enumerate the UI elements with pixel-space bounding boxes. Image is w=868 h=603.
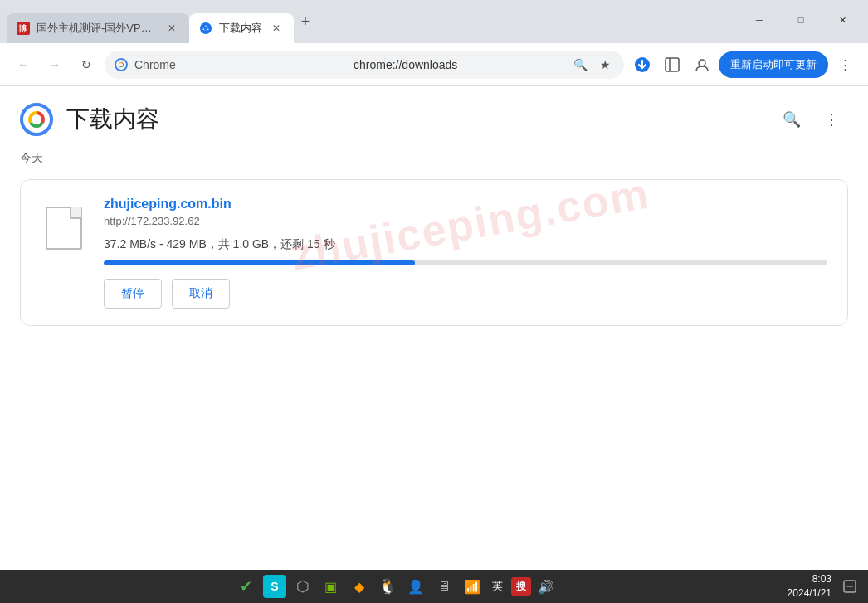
svg-point-9	[699, 60, 705, 66]
display-icon[interactable]: 🖥	[432, 575, 456, 598]
wifi-icon[interactable]: 📶	[461, 575, 484, 598]
person-icon[interactable]: 👤	[404, 575, 427, 598]
url-text: chrome://downloads	[354, 58, 564, 71]
forward-button[interactable]: →	[41, 51, 68, 78]
search-lens-icon[interactable]: 🔍	[571, 56, 589, 74]
window-controls: ─ □ ✕	[734, 0, 868, 33]
reload-button[interactable]: ↻	[73, 51, 100, 78]
volume-icon[interactable]: 🔊	[536, 579, 556, 595]
svg-point-11	[32, 114, 41, 124]
profile-icon[interactable]	[689, 51, 715, 78]
svg-point-3	[204, 27, 208, 31]
svg-text:博: 博	[18, 24, 27, 33]
maximize-button[interactable]: □	[782, 7, 820, 33]
bluetooth-icon[interactable]: ⬡	[291, 575, 315, 598]
download-filename[interactable]: zhujiceping.com.bin	[104, 197, 827, 212]
tab-active-2[interactable]: 下载内容 ✕	[189, 13, 294, 43]
tab1-title: 国外主机测评-国外VPS、国...	[37, 21, 158, 36]
penguin-icon[interactable]: 🐧	[376, 575, 399, 598]
tab2-favicon-icon	[199, 22, 212, 35]
menu-icon[interactable]: ⋮	[831, 51, 858, 78]
chrome-logo-big-icon	[20, 103, 53, 136]
notification-icon[interactable]	[838, 575, 861, 598]
clock-date: 2024/1/21	[788, 586, 831, 601]
taskbar-clock: 8:03 2024/1/21	[788, 572, 835, 601]
tab1-favicon-icon: 博	[17, 22, 30, 35]
page-title: 下载内容	[66, 104, 159, 135]
cancel-button[interactable]: 取消	[172, 279, 230, 309]
bookmark-icon[interactable]: ★	[596, 56, 614, 74]
update-button[interactable]: 重新启动即可更新	[719, 51, 828, 78]
toolbar-icons: 重新启动即可更新 ⋮	[629, 51, 858, 78]
taskbar: ✔ S ⬡ ▣ ◆ 🐧 👤 🖥 📶 英 搜 🔊 8:03 2024/1/21	[0, 570, 868, 603]
tab2-title: 下载内容	[219, 21, 262, 36]
more-options-button[interactable]: ⋮	[815, 103, 848, 136]
download-status: 37.2 MB/s - 429 MB，共 1.0 GB，还剩 15 秒	[104, 237, 827, 252]
download-url: http://172.233.92.62	[104, 215, 827, 227]
progress-bar	[104, 260, 827, 265]
address-bar: ← → ↻ Chrome chrome://downloads 🔍 ★ 重新启动…	[0, 43, 868, 86]
close-button[interactable]: ✕	[823, 7, 861, 33]
sougou-icon[interactable]: 搜	[511, 577, 531, 596]
downloads-icon[interactable]	[629, 51, 656, 78]
chrome-label: Chrome	[134, 58, 345, 71]
side-panel-icon[interactable]	[659, 51, 685, 78]
file-icon-wrap	[41, 203, 87, 253]
tab2-close-icon[interactable]: ✕	[269, 21, 284, 36]
search-downloads-button[interactable]: 🔍	[775, 103, 808, 136]
clock-time: 8:03	[788, 572, 831, 586]
tab-strip: 博 国外主机测评-国外VPS、国... ✕ 下载内容 ✕ +	[0, 0, 734, 43]
taskbar-icons: ✔ S ⬡ ▣ ◆ 🐧 👤 🖥 📶 英 搜 🔊	[7, 575, 784, 598]
download-actions: 暂停 取消	[104, 279, 827, 309]
address-input[interactable]: Chrome chrome://downloads 🔍 ★	[105, 51, 624, 79]
section-today-label: 今天	[0, 144, 868, 173]
language-indicator[interactable]: 英	[489, 579, 506, 594]
tab1-close-icon[interactable]: ✕	[164, 21, 179, 36]
pause-button[interactable]: 暂停	[104, 279, 162, 309]
downloads-header: 下载内容 🔍 ⋮	[0, 86, 868, 144]
tab-inactive-1[interactable]: 博 国外主机测评-国外VPS、国... ✕	[7, 13, 189, 43]
new-tab-button[interactable]: +	[294, 10, 317, 33]
download-card: zhujiceping.com.bin http://172.233.92.62…	[20, 179, 848, 326]
back-button[interactable]: ←	[10, 51, 37, 78]
nvidia-icon[interactable]: ▣	[319, 575, 343, 598]
svg-point-5	[119, 63, 123, 66]
file-icon	[46, 207, 82, 250]
svg-rect-7	[666, 58, 679, 71]
checkmark-icon[interactable]: ✔	[235, 575, 258, 598]
chrome-logo-small-icon	[115, 58, 128, 71]
s-app-icon[interactable]: S	[263, 575, 286, 598]
minimize-button[interactable]: ─	[740, 7, 778, 33]
color-diamond-icon[interactable]: ◆	[348, 575, 371, 598]
page-content: 下载内容 🔍 ⋮ zhujiceping.com 今天 zhujiceping.…	[0, 86, 868, 570]
update-label: 重新启动即可更新	[730, 57, 817, 72]
header-actions: 🔍 ⋮	[775, 103, 848, 136]
progress-bar-fill	[104, 260, 415, 265]
download-info: zhujiceping.com.bin http://172.233.92.62…	[104, 197, 827, 309]
title-bar: 博 国外主机测评-国外VPS、国... ✕ 下载内容 ✕ + ─ □	[0, 0, 868, 43]
